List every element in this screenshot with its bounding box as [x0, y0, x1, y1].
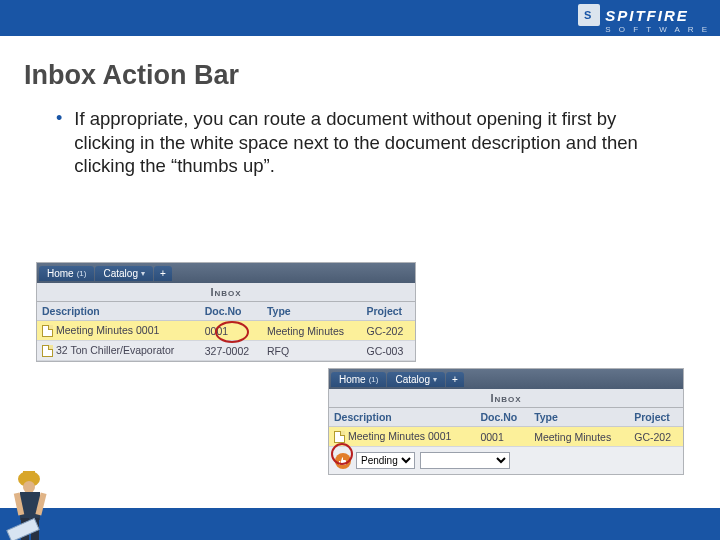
plus-icon: +	[452, 374, 458, 385]
cell-project: GC-202	[361, 321, 415, 341]
cell-type: Meeting Minutes	[529, 427, 629, 447]
cell-docno: 0001	[200, 321, 262, 341]
header-bar: S SPITFIRE S O F T W A R E	[0, 0, 720, 36]
brand-badge-icon: S	[578, 4, 600, 26]
svg-rect-4	[20, 492, 40, 520]
slide-title: Inbox Action Bar	[24, 60, 720, 91]
tab-add[interactable]: +	[446, 372, 464, 387]
cell-type: RFQ	[262, 341, 362, 361]
svg-rect-2	[23, 471, 35, 475]
cell-desc: Meeting Minutes 0001	[348, 430, 451, 442]
tab-catalog-label: Catalog	[395, 374, 429, 385]
svg-point-3	[23, 481, 35, 493]
table-row[interactable]: Meeting Minutes 0001 0001 Meeting Minute…	[37, 321, 415, 341]
panel-heading: Inbox	[37, 283, 415, 302]
col-docno: Doc.No	[200, 302, 262, 321]
worker-illustration-icon	[6, 462, 62, 540]
cell-desc: Meeting Minutes 0001	[56, 324, 159, 336]
inbox-table: Description Doc.No Type Project Meeting …	[329, 408, 683, 447]
col-type: Type	[529, 408, 629, 427]
col-docno: Doc.No	[475, 408, 529, 427]
col-project: Project	[361, 302, 415, 321]
tab-home[interactable]: Home (1)	[331, 372, 386, 387]
document-icon	[42, 345, 53, 357]
inbox-table: Description Doc.No Type Project Meeting …	[37, 302, 415, 361]
tab-catalog[interactable]: Catalog ▾	[95, 266, 152, 281]
cell-project: GC-003	[361, 341, 415, 361]
chevron-down-icon: ▾	[433, 375, 437, 384]
tab-add[interactable]: +	[154, 266, 172, 281]
bullet-text: If appropriate, you can route a document…	[74, 107, 680, 178]
bullet-item: • If appropriate, you can route a docume…	[56, 107, 680, 178]
document-icon	[42, 325, 53, 337]
inbox-panel-1: Home (1) Catalog ▾ + Inbox Description D…	[36, 262, 416, 362]
tab-home-count: (1)	[369, 375, 379, 384]
table-row[interactable]: Meeting Minutes 0001 0001 Meeting Minute…	[329, 427, 683, 447]
col-project: Project	[629, 408, 683, 427]
plus-icon: +	[160, 268, 166, 279]
brand-block: S SPITFIRE S O F T W A R E	[578, 4, 710, 34]
tab-catalog-label: Catalog	[103, 268, 137, 279]
col-type: Type	[262, 302, 362, 321]
inbox-panel-2: Home (1) Catalog ▾ + Inbox Description D…	[328, 368, 684, 475]
tab-home-count: (1)	[77, 269, 87, 278]
bullet-icon: •	[56, 107, 62, 178]
cell-docno: 327-0002	[200, 341, 262, 361]
tab-catalog[interactable]: Catalog ▾	[387, 372, 444, 387]
document-icon	[334, 431, 345, 443]
brand-name: SPITFIRE	[605, 8, 689, 23]
tab-strip: Home (1) Catalog ▾ +	[37, 263, 415, 283]
cell-project: GC-202	[629, 427, 683, 447]
action-bar: Pending	[329, 447, 683, 474]
cell-type: Meeting Minutes	[262, 321, 362, 341]
tab-home-label: Home	[47, 268, 74, 279]
chevron-down-icon: ▾	[141, 269, 145, 278]
tab-strip: Home (1) Catalog ▾ +	[329, 369, 683, 389]
secondary-select[interactable]	[420, 452, 510, 469]
table-header-row: Description Doc.No Type Project	[329, 408, 683, 427]
tab-home-label: Home	[339, 374, 366, 385]
status-select[interactable]: Pending	[356, 452, 415, 469]
col-description: Description	[329, 408, 475, 427]
cell-docno: 0001	[475, 427, 529, 447]
svg-text:S: S	[584, 9, 591, 21]
table-row[interactable]: 32 Ton Chiller/Evaporator 327-0002 RFQ G…	[37, 341, 415, 361]
cell-desc: 32 Ton Chiller/Evaporator	[56, 344, 174, 356]
thumbs-up-icon[interactable]	[335, 453, 351, 469]
panel-heading: Inbox	[329, 389, 683, 408]
table-header-row: Description Doc.No Type Project	[37, 302, 415, 321]
tab-home[interactable]: Home (1)	[39, 266, 94, 281]
col-description: Description	[37, 302, 200, 321]
brand-subtitle: S O F T W A R E	[605, 26, 710, 34]
footer-bar	[0, 508, 720, 540]
